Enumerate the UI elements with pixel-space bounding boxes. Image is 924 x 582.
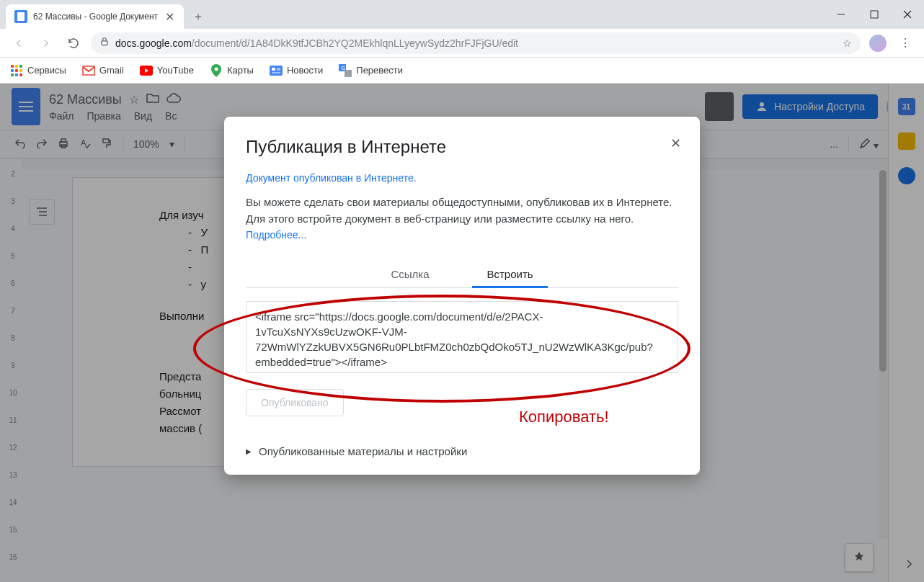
triangle-right-icon: ▶ xyxy=(246,447,252,455)
chrome-menu-button[interactable]: ⋮ xyxy=(895,36,915,50)
docs-area: 62 Массивы ☆ Файл Правка Вид Вс Настройк… xyxy=(0,84,924,582)
reload-button[interactable] xyxy=(63,33,84,53)
svg-rect-8 xyxy=(270,66,283,76)
lock-icon xyxy=(99,37,110,49)
bookmark-maps[interactable]: Карты xyxy=(210,64,254,77)
svg-rect-14 xyxy=(345,70,352,77)
bookmarks-bar: Сервисы Gmail YouTube Карты Новости G Пе… xyxy=(0,58,924,84)
bookmark-label: Карты xyxy=(227,65,254,76)
svg-point-7 xyxy=(214,67,218,71)
bookmark-news[interactable]: Новости xyxy=(270,64,323,77)
svg-rect-1 xyxy=(871,11,878,18)
new-tab-button[interactable]: ＋ xyxy=(188,6,208,27)
tab-link[interactable]: Ссылка xyxy=(376,261,443,287)
modal-description: Вы можете сделать свои материалы общедос… xyxy=(246,194,678,243)
published-button: Опубликовано xyxy=(246,389,344,416)
bookmark-translate[interactable]: G Перевести xyxy=(339,64,403,77)
modal-close-button[interactable]: ✕ xyxy=(670,135,681,151)
svg-text:G: G xyxy=(341,65,345,71)
modal-published-link[interactable]: Документ опубликован в Интернете. xyxy=(246,172,417,184)
apps-grid-icon xyxy=(10,64,23,77)
url-box[interactable]: docs.google.com/document/d/1A84DkK9tfJCB… xyxy=(91,32,861,54)
tab-close-button[interactable]: ✕ xyxy=(164,11,175,22)
forward-button[interactable] xyxy=(36,33,56,53)
bookmark-star-icon[interactable]: ☆ xyxy=(843,37,852,49)
browser-tab-bar: 62 Массивы - Google Документ ✕ ＋ xyxy=(0,0,924,29)
embed-code-textarea[interactable] xyxy=(246,301,678,373)
bookmark-youtube[interactable]: YouTube xyxy=(140,64,194,77)
learn-more-link[interactable]: Подробнее... xyxy=(246,229,306,241)
modal-title: Публикация в Интернете xyxy=(246,137,678,157)
svg-rect-9 xyxy=(272,68,275,71)
modal-footer-label: Опубликованные материалы и настройки xyxy=(259,445,467,457)
translate-icon: G xyxy=(339,64,352,77)
url-text: docs.google.com/document/d/1A84DkK9tfJCB… xyxy=(115,37,837,49)
bookmark-label: Сервисы xyxy=(27,65,66,76)
minimize-button[interactable] xyxy=(825,0,858,29)
modal-settings-toggle[interactable]: ▶ Опубликованные материалы и настройки xyxy=(246,445,678,457)
address-bar: docs.google.com/document/d/1A84DkK9tfJCB… xyxy=(0,29,924,58)
profile-avatar[interactable] xyxy=(868,33,888,53)
bookmark-label: Новости xyxy=(287,65,323,76)
bookmark-label: Gmail xyxy=(99,65,124,76)
bookmark-gmail[interactable]: Gmail xyxy=(82,64,124,77)
maps-icon xyxy=(210,64,223,77)
youtube-icon xyxy=(140,64,153,77)
browser-tab[interactable]: 62 Массивы - Google Документ ✕ xyxy=(6,4,184,29)
docs-favicon-icon xyxy=(14,10,27,23)
gmail-icon xyxy=(82,64,95,77)
maximize-button[interactable] xyxy=(858,0,891,29)
bookmark-label: YouTube xyxy=(157,65,194,76)
modal-tabs: Ссылка Встроить xyxy=(246,261,678,288)
svg-rect-4 xyxy=(102,41,107,45)
back-button[interactable] xyxy=(9,33,29,53)
bookmark-label: Перевести xyxy=(356,65,403,76)
news-icon xyxy=(270,64,283,77)
window-controls xyxy=(825,0,924,29)
tab-embed[interactable]: Встроить xyxy=(472,261,547,287)
tab-title: 62 Массивы - Google Документ xyxy=(33,12,158,22)
bookmark-apps[interactable]: Сервисы xyxy=(10,64,66,77)
close-window-button[interactable] xyxy=(891,0,924,29)
publish-modal: Публикация в Интернете ✕ Документ опубли… xyxy=(224,117,700,475)
